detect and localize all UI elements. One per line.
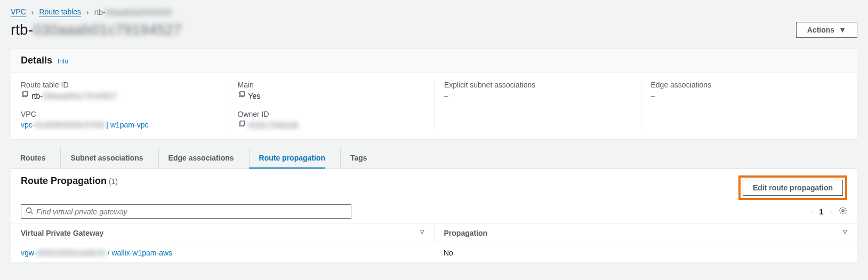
vpc-suffix: | w1pam-vpc [104,121,148,129]
details-col-2: Main Yes Owner ID 053517099238 [228,81,435,130]
vpc-link[interactable]: vpc-0ccb0900009c37008 | w1pam-vpc [21,121,148,129]
route-table-id-prefix: rtb- [31,92,43,100]
details-panel-header: Details Info [11,49,857,73]
settings-button[interactable] [839,206,847,217]
search-icon [26,207,36,216]
breadcrumb: VPC › Route tables › rtb-00aaab0a0000000… [11,7,857,17]
main-label: Main [238,81,435,89]
edit-route-propagation-button[interactable]: Edit route propagation [743,180,843,196]
vpc-hidden: 0ccb0900009c37008 [35,121,104,129]
page-title-prefix: rtb- [11,21,33,38]
route-propagation-header: Route Propagation (1) Edit route propaga… [11,169,857,202]
vgw-hidden: 0000c0000cca08c00 [37,249,106,257]
tab-routes[interactable]: Routes [20,148,45,169]
edit-highlight: Edit route propagation [738,175,847,200]
col-propagation[interactable]: Propagation ▽ [434,223,857,243]
details-info-link[interactable]: Info [58,58,68,65]
sort-icon: ▽ [420,229,424,235]
propagation-value: No [434,243,857,263]
vgw-prefix: vgw- [21,249,37,257]
pager: ‹ 1 › [810,206,847,217]
tab-edge-associations[interactable]: Edge associations [158,148,234,169]
col-virtual-private-gateway[interactable]: Virtual Private Gateway ▽ [11,223,434,243]
route-table-id-value: rtb-030aaab01c79194527 [31,92,117,100]
svg-point-8 [842,210,844,212]
breadcrumb-route-tables[interactable]: Route tables [39,7,81,17]
copy-icon[interactable] [238,121,245,130]
main-value: Yes [248,92,261,100]
vgw-link[interactable]: vgw-0000c0000cca08c00 / wallix-w1pam-aws [21,249,172,257]
svg-rect-5 [240,121,244,125]
actions-button[interactable]: Actions ▼ [796,22,857,38]
chevron-right-icon: › [86,8,89,17]
page-title: rtb-030aaab01c79194527 [11,21,182,38]
svg-line-7 [31,212,33,214]
vgw-suffix: / wallix-w1pam-aws [106,249,172,257]
tab-tags[interactable]: Tags [340,148,367,169]
col-vgw-label: Virtual Private Gateway [21,229,103,237]
tabs: Routes Subnet associations Edge associat… [11,148,857,169]
pager-next[interactable]: › [830,207,832,216]
owner-id-value: 053517099238 [248,121,298,130]
sort-icon: ▽ [843,229,847,235]
route-table-id-label: Route table ID [21,81,228,89]
details-grid: Route table ID rtb-030aaab01c79194527 VP… [11,73,857,139]
edge-assoc-value: – [651,91,655,100]
search-box[interactable] [21,204,351,219]
table-row: vgw-0000c0000cca08c00 / wallix-w1pam-aws… [11,243,857,263]
route-propagation-title: Route Propagation [21,175,107,186]
breadcrumb-current-hidden: 00aaab0a00000000 [106,8,172,17]
search-input[interactable] [36,207,347,216]
svg-point-6 [27,208,31,213]
pager-prev[interactable]: ‹ [810,207,813,216]
route-propagation-count: (1) [109,177,118,186]
tab-route-propagation[interactable]: Route propagation [249,148,325,169]
caret-down-icon: ▼ [839,26,846,34]
page-title-hidden: 030aaab01c79194527 [33,21,182,38]
svg-rect-3 [240,92,244,96]
breadcrumb-current: rtb-00aaab0a00000000 [94,8,172,17]
chevron-right-icon: › [31,8,34,17]
route-table-id-hidden: 030aaab01c79194527 [43,92,117,100]
col-prop-label: Propagation [444,229,488,237]
copy-icon[interactable] [238,91,245,100]
details-col-3: Explicit subnet associations – [434,81,641,130]
search-row: ‹ 1 › [11,202,857,223]
explicit-subnet-value: – [444,91,448,100]
actions-button-label: Actions [807,26,834,34]
copy-icon[interactable] [21,91,28,100]
svg-rect-1 [23,92,27,96]
propagation-table: Virtual Private Gateway ▽ Propagation ▽ … [11,223,857,263]
pager-current: 1 [819,207,824,216]
breadcrumb-current-prefix: rtb- [94,8,106,17]
details-col-4: Edge associations – [641,81,848,130]
edge-assoc-label: Edge associations [651,81,848,89]
route-propagation-panel: Route Propagation (1) Edit route propaga… [11,169,857,263]
tab-subnet-associations[interactable]: Subnet associations [60,148,143,169]
owner-id-label: Owner ID [238,110,435,118]
breadcrumb-vpc[interactable]: VPC [11,7,26,17]
details-col-1: Route table ID rtb-030aaab01c79194527 VP… [21,81,228,130]
title-row: rtb-030aaab01c79194527 Actions ▼ [11,21,857,38]
vpc-prefix: vpc- [21,121,35,129]
vpc-label: VPC [21,110,228,118]
explicit-subnet-label: Explicit subnet associations [444,81,641,89]
details-title: Details [21,55,52,66]
details-panel: Details Info Route table ID rtb-030aaab0… [11,48,857,140]
